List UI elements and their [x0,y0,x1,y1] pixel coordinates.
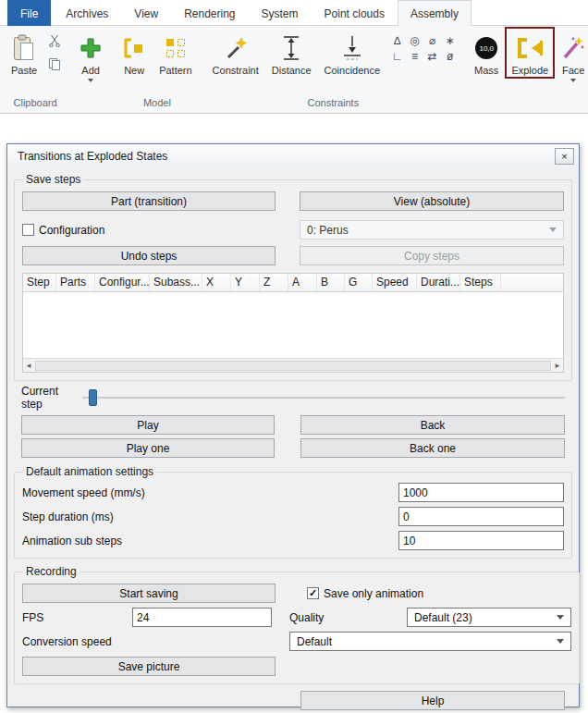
constraint-mini-buttons: ∆ ◎ ⌀ ∗ ∟ ≡ ⇄ ø [386,27,460,65]
tools-group: 10,0 Mass Explode [465,26,588,113]
table-horizontal-scrollbar[interactable]: ◄ ► [23,358,563,372]
chevron-down-icon [549,227,557,232]
column-header-duration[interactable]: Durati... [417,274,460,291]
dialog-titlebar[interactable]: Transitions at Exploded States × [7,144,579,168]
tab-view[interactable]: View [121,0,171,26]
column-header-z[interactable]: Z [260,274,288,291]
tab-file[interactable]: File [7,0,51,26]
symmetry-constraint-icon[interactable]: ≡ [406,49,423,65]
current-step-row: Current step [21,387,565,408]
slider-track[interactable] [82,397,565,399]
play-one-button[interactable]: Play one [21,438,275,458]
mass-button[interactable]: 10,0 Mass [468,27,505,79]
add-button[interactable]: Add [73,27,108,84]
perpendicular-constraint-icon[interactable]: ∟ [388,49,406,65]
help-button[interactable]: Help [300,691,565,710]
steps-table-body[interactable] [23,292,563,358]
model-group: New Pattern Mo [113,26,201,113]
view-absolute-button[interactable]: View (absolute) [300,191,564,211]
concentric-constraint-icon[interactable]: ◎ [406,33,423,49]
mass-icon: 10,0 [475,37,497,59]
add-dropdown-icon [88,79,93,82]
face-button[interactable]: Face [555,27,588,84]
column-header-configuration[interactable]: Configur... [95,274,150,291]
new-button[interactable]: New [116,27,153,79]
back-one-button[interactable]: Back one [300,438,565,458]
animation-settings-legend: Default animation settings [23,465,156,478]
undo-steps-button[interactable]: Undo steps [22,246,276,265]
constraint-button[interactable]: Constraint [206,27,265,79]
fix-constraint-icon[interactable]: ∗ [441,33,459,49]
paste-clipboard-icon [13,31,35,65]
slider-thumb[interactable] [89,389,97,406]
configuration-checkbox[interactable]: Configuration [22,224,104,237]
angle-constraint-icon[interactable]: ∆ [388,33,406,49]
tangent-constraint-icon[interactable]: ⌀ [423,33,441,49]
close-button[interactable]: × [555,148,574,165]
play-button[interactable]: Play [21,415,275,435]
configuration-value: 0: Perus [307,224,349,237]
chevron-down-icon [557,639,564,644]
parallel-constraint-icon[interactable]: ø [441,49,459,65]
group-label-constraints: Constraints [203,97,463,113]
conversion-speed-combo[interactable]: Default [289,632,571,651]
start-saving-button[interactable]: Start saving [22,584,276,603]
quality-combo[interactable]: Default (23) [407,608,571,627]
cut-button[interactable] [46,35,63,50]
equal-distance-constraint-icon[interactable]: ⇄ [423,49,441,65]
app-window: File Archives View Rendering System Poin… [0,0,588,713]
ribbon: File Archives View Rendering System Poin… [0,0,588,114]
scroll-left-icon[interactable]: ◄ [25,362,32,370]
step-duration-label: Step duration (ms) [22,510,114,523]
movement-speed-input[interactable] [398,483,564,502]
tab-point-clouds[interactable]: Point clouds [312,0,398,26]
chevron-down-icon [557,615,564,620]
pattern-button[interactable]: Pattern [153,27,198,79]
copy-button[interactable] [46,58,63,73]
distance-button[interactable]: Distance [265,27,318,79]
column-header-step[interactable]: Step [23,274,56,291]
copy-steps-button[interactable]: Copy steps [300,246,564,265]
copy-icon [48,57,61,74]
steps-table: Step Parts Configur... Subass... X Y Z A… [22,273,564,373]
explode-button[interactable]: Explode [505,27,555,79]
animation-sub-steps-input[interactable] [398,531,564,550]
configuration-combo[interactable]: 0: Perus [300,220,564,240]
column-header-g[interactable]: G [345,274,373,291]
tab-assembly[interactable]: Assembly [398,0,472,26]
save-picture-button[interactable]: Save picture [22,657,276,676]
group-label-clipboard: Clipboard [2,97,68,113]
part-transition-button[interactable]: Part (transition) [22,191,276,211]
column-header-x[interactable]: X [202,274,231,291]
column-header-subassembly[interactable]: Subass... [150,274,202,291]
scrollbar-thumb[interactable] [35,361,551,371]
column-header-a[interactable]: A [288,274,317,291]
tab-system[interactable]: System [249,0,312,26]
step-duration-input[interactable] [398,507,564,526]
column-header-y[interactable]: Y [231,274,260,291]
scroll-right-icon[interactable]: ► [554,362,561,370]
pattern-icon [164,31,188,65]
checkbox-box [22,224,34,236]
paste-button[interactable]: Paste [5,27,43,79]
quality-label: Quality [289,611,407,624]
constraints-group: Constraint Distance [203,26,463,113]
conversion-speed-value: Default [297,635,332,648]
tab-archives[interactable]: Archives [53,0,121,26]
coincidence-button[interactable]: Coincidence [318,27,387,79]
save-only-animation-checkbox[interactable]: ✓ Save only animation [307,587,571,600]
column-header-b[interactable]: B [317,274,345,291]
recording-group: Recording Start saving ✓ Save only anima… [14,565,580,684]
column-header-steps[interactable]: Steps [460,274,501,291]
group-label-model: Model [113,97,201,113]
back-button[interactable]: Back [300,415,565,435]
current-step-slider[interactable] [82,387,565,408]
column-header-speed[interactable]: Speed [373,274,417,291]
fps-input[interactable] [132,608,272,627]
animation-settings-group: Default animation settings Movement spee… [14,465,572,559]
column-header-parts[interactable]: Parts [56,274,95,291]
distance-icon [280,31,302,65]
checkbox-checked-box: ✓ [307,587,319,599]
recording-legend: Recording [23,565,80,578]
tab-rendering[interactable]: Rendering [171,0,248,26]
